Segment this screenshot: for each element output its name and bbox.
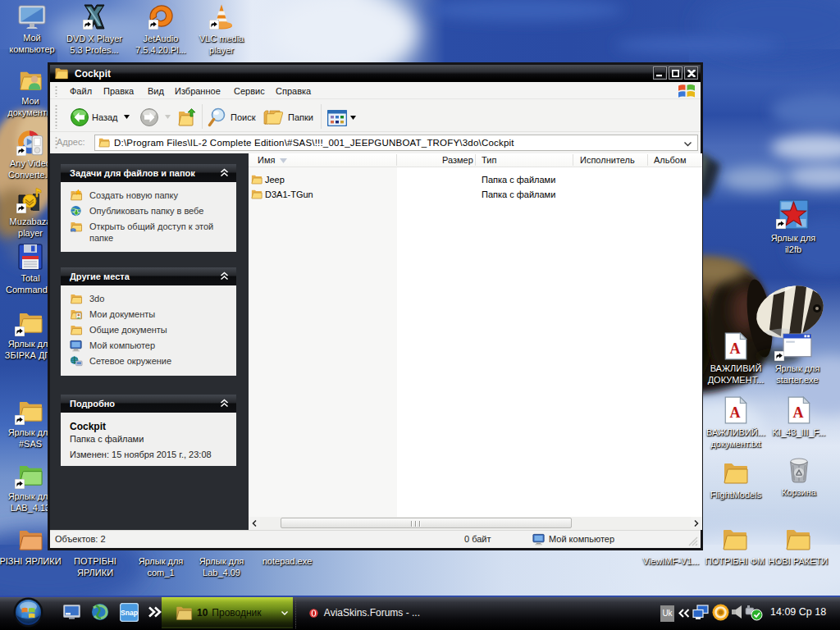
svg-text:Snap: Snap [121,609,138,617]
